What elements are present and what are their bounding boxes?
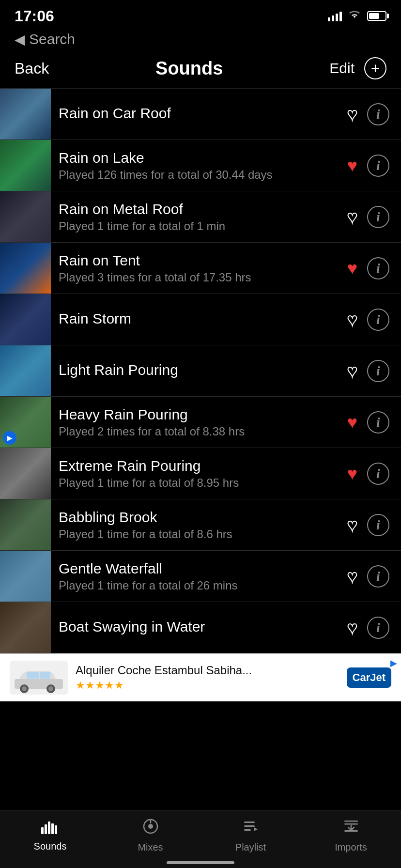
sound-info: Boat Swaying in Water (51, 612, 347, 644)
sound-name: Boat Swaying in Water (59, 619, 339, 635)
sound-name: Light Rain Pouring (59, 362, 339, 378)
sound-stats: Played 2 times for a total of 8.38 hrs (59, 425, 339, 438)
sound-actions: ♥ i (347, 360, 389, 382)
ad-car-image (10, 661, 68, 695)
imports-tab-icon (342, 818, 360, 839)
info-button[interactable]: i (367, 257, 389, 279)
favorite-button[interactable]: ♥ (347, 207, 357, 227)
tab-playlist[interactable]: Playlist (200, 810, 301, 860)
info-button[interactable]: i (367, 206, 389, 228)
list-item[interactable]: Rain on Tent Played 3 times for a total … (0, 243, 401, 294)
svg-rect-6 (40, 672, 50, 679)
sound-info: Rain on Lake Played 126 times for a tota… (51, 143, 347, 188)
list-item[interactable]: Light Rain Pouring ♥ i (0, 345, 401, 397)
ad-play-icon: ▶ (390, 658, 397, 668)
svg-rect-8 (45, 824, 47, 834)
sound-actions: ♥ i (347, 103, 389, 125)
sound-info: Heavy Rain Pouring Played 2 times for a … (51, 400, 347, 445)
favorite-button[interactable]: ♥ (347, 310, 357, 330)
header-actions: Edit + (329, 57, 386, 79)
sound-stats: Played 1 time for a total of 8.95 hrs (59, 476, 339, 490)
status-icons (328, 9, 386, 23)
search-label[interactable]: Search (29, 31, 75, 47)
sound-list: Rain on Car Roof ♥ i Rain on Lake Played… (0, 89, 401, 760)
info-button[interactable]: i (367, 463, 389, 485)
info-button[interactable]: i (367, 514, 389, 536)
info-button[interactable]: i (367, 103, 389, 125)
svg-rect-7 (41, 827, 44, 834)
list-item[interactable]: Boat Swaying in Water ♥ i (0, 602, 401, 653)
tab-sounds[interactable]: Sounds (0, 810, 100, 860)
favorite-button[interactable]: ♥ (347, 566, 357, 587)
list-item[interactable]: Rain Storm ♥ i (0, 294, 401, 345)
tab-imports[interactable]: Imports (301, 810, 401, 860)
sound-stats: Played 1 time for a total of 26 mins (59, 579, 339, 592)
sound-thumbnail (0, 243, 51, 294)
list-item[interactable]: ▶ Heavy Rain Pouring Played 2 times for … (0, 397, 401, 448)
sound-info: Babbling Brook Played 1 time for a total… (51, 502, 347, 548)
svg-point-2 (22, 686, 27, 691)
favorite-button[interactable]: ♥ (347, 155, 357, 176)
favorite-button[interactable]: ♥ (347, 515, 357, 535)
sound-name: Rain Storm (59, 310, 339, 327)
sound-actions: ♥ i (347, 411, 389, 434)
sound-thumbnail (0, 499, 51, 550)
sound-info: Rain on Car Roof (51, 98, 347, 130)
svg-rect-9 (48, 822, 50, 834)
list-item[interactable]: Babbling Brook Played 1 time for a total… (0, 499, 401, 551)
sound-thumbnail (0, 140, 51, 191)
list-item[interactable]: Rain on Metal Roof Played 1 time for a t… (0, 191, 401, 243)
sound-name: Rain on Lake (59, 150, 339, 166)
sounds-tab-icon (41, 819, 60, 838)
page-header: Back Sounds Edit + (0, 52, 401, 89)
tab-mixes[interactable]: Mixes (100, 810, 200, 860)
playlist-tab-icon (242, 818, 260, 839)
sound-info: Rain Storm (51, 304, 347, 336)
list-item[interactable]: Extreme Rain Pouring Played 1 time for a… (0, 448, 401, 499)
sound-name: Gentle Waterfall (59, 560, 339, 577)
add-button[interactable]: + (364, 57, 386, 79)
edit-button[interactable]: Edit (329, 60, 355, 77)
list-item[interactable]: Rain on Car Roof ♥ i (0, 89, 401, 140)
info-button[interactable]: i (367, 411, 389, 434)
home-indicator (167, 861, 234, 864)
info-button[interactable]: i (367, 360, 389, 382)
sound-thumbnail: ▶ (0, 397, 51, 448)
list-item[interactable]: Rain on Lake Played 126 times for a tota… (0, 140, 401, 191)
info-button[interactable]: i (367, 617, 389, 639)
favorite-button[interactable]: ♥ (347, 618, 357, 638)
favorite-button[interactable]: ♥ (347, 464, 357, 484)
back-arrow-icon: ◀ (15, 31, 25, 47)
ad-banner[interactable]: ▶ Alquiler Coche Estambul Sabiha... ★★★★… (0, 653, 401, 701)
tab-mixes-label: Mixes (138, 842, 163, 853)
favorite-button[interactable]: ♥ (347, 361, 357, 381)
sound-stats: Played 126 times for a total of 30.44 da… (59, 168, 339, 182)
list-item[interactable]: Gentle Waterfall Played 1 time for a tot… (0, 551, 401, 602)
sound-actions: ♥ i (347, 514, 389, 536)
info-button[interactable]: i (367, 155, 389, 177)
play-overlay-icon: ▶ (3, 431, 16, 445)
svg-rect-14 (244, 822, 255, 823)
sound-name: Rain on Metal Roof (59, 201, 339, 217)
sound-info: Extreme Rain Pouring Played 1 time for a… (51, 451, 347, 496)
sound-info: Rain on Tent Played 3 times for a total … (51, 246, 347, 291)
favorite-button[interactable]: ♥ (347, 412, 357, 433)
sound-actions: ♥ i (347, 257, 389, 279)
info-button[interactable]: i (367, 565, 389, 588)
sound-thumbnail (0, 345, 51, 396)
info-button[interactable]: i (367, 309, 389, 331)
mixes-tab-icon (142, 818, 159, 839)
sound-thumbnail (0, 448, 51, 499)
search-nav: ◀ Search (0, 29, 401, 52)
sound-stats: Played 3 times for a total of 17.35 hrs (59, 271, 339, 284)
sound-actions: ♥ i (347, 206, 389, 228)
back-button[interactable]: Back (15, 60, 49, 78)
favorite-button[interactable]: ♥ (347, 104, 357, 124)
battery-icon (367, 11, 386, 21)
ad-logo: CarJet (347, 667, 391, 688)
favorite-button[interactable]: ♥ (347, 258, 357, 279)
svg-rect-18 (344, 821, 358, 822)
signal-icon (328, 11, 342, 21)
sound-info: Rain on Metal Roof Played 1 time for a t… (51, 194, 347, 240)
tab-sounds-label: Sounds (34, 841, 67, 852)
